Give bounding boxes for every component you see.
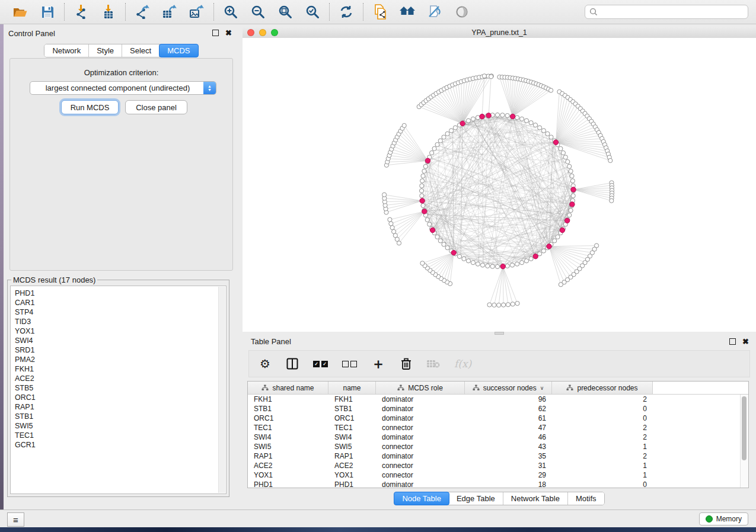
tab-network[interactable]: Network (44, 44, 89, 57)
table-row[interactable]: SWI4SWI4dominator462 (248, 432, 741, 442)
column-header-name[interactable]: name (328, 382, 376, 394)
import-network-icon[interactable] (72, 4, 90, 20)
table-cell: 43 (465, 443, 552, 451)
table-cell: PHD1 (328, 480, 376, 488)
tab-motifs[interactable]: Motifs (568, 492, 604, 505)
search-input[interactable] (600, 6, 748, 18)
mcds-result-item[interactable]: PMA2 (15, 355, 226, 364)
zoom-in-icon[interactable] (222, 4, 240, 20)
tab-mcds[interactable]: MCDS (159, 44, 198, 57)
table-row[interactable]: TEC1TEC1connector472 (248, 423, 741, 432)
tab-select[interactable]: Select (122, 44, 160, 57)
mcds-result-item[interactable]: YOX1 (15, 326, 226, 336)
table-row[interactable]: PHD1PHD1dominator180 (248, 480, 741, 488)
optimization-criterion-label: Optimization criterion: (10, 68, 232, 77)
import-table-icon[interactable] (100, 4, 117, 20)
delete-column-icon[interactable] (400, 356, 413, 371)
mcds-result-item[interactable]: STP4 (15, 307, 226, 317)
network-window-titlebar[interactable]: YPA_prune.txt_1 (243, 27, 756, 39)
mcds-result-item[interactable]: CAR1 (15, 298, 226, 307)
mcds-result-list[interactable]: PHD1CAR1STP4TID3YOX1SWI4SRD1PMA2FKH1ACE2… (10, 286, 227, 494)
refresh-layout-icon[interactable] (337, 4, 355, 20)
tab-network-table[interactable]: Network Table (503, 492, 568, 505)
network-graph[interactable] (243, 38, 756, 332)
table-cell: 0 (552, 414, 653, 422)
mcds-result-groupbox: MCDS result (17 nodes) PHD1CAR1STP4TID3Y… (7, 275, 229, 497)
eye-icon[interactable] (453, 4, 471, 20)
list-icon: ≡ (13, 515, 18, 525)
table-cell: ACE2 (248, 462, 328, 470)
column-label: MCDS role (408, 384, 443, 392)
tab-style[interactable]: Style (89, 44, 122, 57)
table-cell: dominator (376, 433, 465, 441)
table-row[interactable]: ACE2ACE2connector311 (248, 461, 741, 470)
mcds-result-item[interactable]: FKH1 (15, 364, 226, 374)
select-all-icon[interactable]: ✓✓ (313, 356, 328, 371)
table-cell: STB1 (248, 405, 328, 413)
document-network-icon[interactable] (371, 4, 389, 20)
sort-combo-icon[interactable]: ∨ (540, 385, 544, 391)
deselect-all-icon[interactable] (342, 356, 357, 371)
column-header-successor-nodes[interactable]: successor nodes∨ (465, 382, 552, 394)
mcds-result-item[interactable]: ACE2 (15, 374, 226, 383)
table-cell: 18 (465, 480, 552, 488)
mcds-result-item[interactable]: RAP1 (15, 402, 226, 412)
tab-node-table[interactable]: Node Table (394, 492, 449, 505)
close-panel-icon[interactable]: ✖ (225, 30, 232, 36)
table-scrollbar-thumb[interactable] (742, 396, 747, 460)
table-cell: SWI5 (248, 443, 328, 451)
column-header-predecessor-nodes[interactable]: predecessor nodes (552, 382, 653, 394)
table-row[interactable]: SWI5SWI5connector431 (248, 442, 741, 451)
run-mcds-button[interactable]: Run MCDS (61, 100, 119, 114)
control-panel-title: Control Panel (8, 29, 55, 38)
column-label: name (343, 384, 361, 392)
zoom-out-icon[interactable] (249, 4, 267, 20)
export-network-icon[interactable] (133, 4, 151, 20)
zoom-fit-icon[interactable] (276, 4, 294, 20)
table-row[interactable]: YOX1YOX1connector291 (248, 470, 741, 480)
table-row[interactable]: ORC1ORC1dominator610 (248, 414, 741, 423)
mcds-result-item[interactable]: PHD1 (15, 289, 226, 298)
tab-edge-table[interactable]: Edge Table (449, 492, 503, 505)
float-panel-icon[interactable] (729, 338, 736, 345)
save-session-icon[interactable] (39, 4, 56, 20)
mcds-result-item[interactable]: STB1 (15, 412, 226, 421)
network-canvas[interactable] (243, 38, 756, 332)
table-cell: RAP1 (248, 452, 328, 460)
mcds-result-item[interactable]: SWI5 (15, 421, 226, 431)
close-panel-button[interactable]: Close panel (125, 100, 187, 114)
memory-button[interactable]: Memory (699, 512, 748, 525)
panel-menu-button[interactable]: ≡ (7, 512, 24, 527)
home-icon[interactable] (398, 4, 416, 20)
mcds-result-item[interactable]: SRD1 (15, 345, 226, 355)
table-row[interactable]: RAP1RAP1dominator352 (248, 451, 741, 461)
mcds-result-item[interactable]: TID3 (15, 317, 226, 326)
control-panel-window-buttons: ✖ (212, 30, 232, 36)
export-table-icon[interactable] (161, 4, 178, 20)
export-image-icon[interactable] (188, 4, 206, 20)
column-layout-icon[interactable] (286, 356, 299, 371)
mcds-result-item[interactable]: STB5 (15, 383, 226, 393)
table-row[interactable]: FKH1FKH1dominator962 (248, 395, 741, 404)
column-header-shared-name[interactable]: shared name (248, 382, 328, 394)
mcds-result-item[interactable]: TEC1 (15, 431, 226, 440)
mcds-list-scrollbar[interactable] (218, 287, 225, 493)
table-cell: 0 (552, 480, 653, 488)
toolbar-group (126, 4, 213, 20)
float-panel-icon[interactable] (212, 30, 219, 36)
table-row[interactable]: STB1STB1dominator620 (248, 404, 741, 414)
column-header-MCDS-role[interactable]: MCDS role (376, 382, 465, 394)
mcds-result-item[interactable]: GCR1 (15, 440, 226, 450)
close-panel-icon[interactable]: ✖ (742, 339, 749, 345)
zoom-selected-icon[interactable] (304, 4, 321, 20)
table-cell: FKH1 (328, 395, 376, 403)
mcds-result-item[interactable]: ORC1 (15, 393, 226, 402)
toolbar-group (330, 4, 363, 20)
add-column-icon[interactable]: ＋ (371, 356, 385, 371)
annotation-toggle-icon[interactable] (426, 4, 444, 20)
table-scrollbar[interactable] (740, 395, 748, 488)
open-session-icon[interactable] (11, 4, 29, 20)
mcds-result-item[interactable]: SWI4 (15, 336, 226, 345)
optimization-criterion-dropdown[interactable]: largest connected component (undirected)… (30, 81, 216, 95)
settings-gear-icon[interactable]: ⚙ (259, 356, 272, 371)
